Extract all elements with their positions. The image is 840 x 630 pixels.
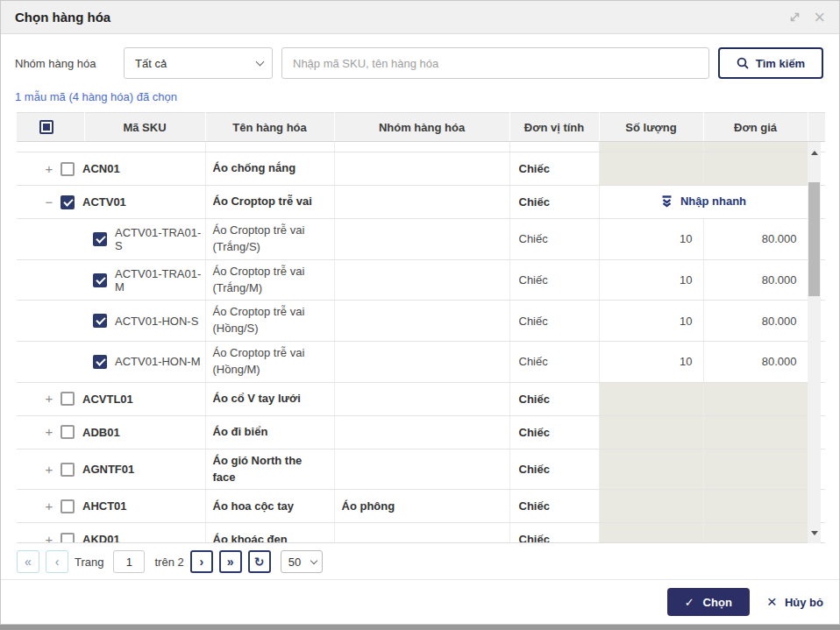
row-checkbox[interactable]	[61, 392, 75, 406]
unit-label: Chiếc	[509, 301, 599, 342]
unit-label: Chiếc	[509, 259, 599, 301]
qty-cell	[599, 449, 703, 490]
price-cell	[703, 449, 808, 490]
price-cell[interactable]: 80.000	[703, 301, 808, 342]
sku-cell: ACTV01-HON-M	[17, 342, 205, 383]
sku-cell: ACTV01-TRA01-S	[17, 219, 205, 260]
qty-cell[interactable]: 10	[599, 259, 703, 301]
search-icon	[737, 57, 749, 69]
maximize-icon[interactable]	[788, 11, 801, 24]
sku-label: ACTV01	[82, 195, 126, 209]
cancel-button[interactable]: × Hủy bỏ	[767, 596, 823, 609]
close-icon[interactable]: ×	[814, 11, 825, 25]
row-checkbox[interactable]	[93, 355, 107, 369]
price-cell	[703, 523, 808, 543]
expand-row-icon[interactable]: +	[43, 534, 55, 543]
price-cell	[703, 382, 808, 415]
page-size-select[interactable]: 50	[281, 550, 323, 573]
sku-label: ACTV01-TRA01-M	[115, 267, 205, 294]
row-checkbox[interactable]	[61, 425, 75, 439]
scroll-down-icon[interactable]	[808, 526, 821, 540]
row-checkbox[interactable]	[61, 533, 75, 543]
collapse-row-icon[interactable]: −	[43, 196, 55, 209]
group-filter-label: Nhóm hàng hóa	[15, 57, 124, 70]
price-cell[interactable]: 80.000	[703, 259, 808, 301]
qty-cell[interactable]: 10	[599, 219, 703, 260]
row-checkbox[interactable]	[61, 463, 75, 477]
product-name: Áo Croptop trễ vai (Trắng/M)	[205, 259, 334, 301]
expand-row-icon[interactable]: +	[43, 464, 55, 476]
table-row: ACTV01-TRA01-SÁo Croptop trễ vai (Trắng/…	[17, 219, 825, 260]
product-group	[334, 219, 509, 260]
search-input[interactable]	[281, 47, 709, 79]
sku-label: ACVTL01	[82, 393, 133, 406]
price-cell[interactable]: 80.000	[703, 219, 808, 260]
last-page-button[interactable]: »	[219, 550, 242, 573]
product-group	[334, 382, 509, 415]
product-name: Áo Croptop trễ vai (Hồng/M)	[205, 342, 334, 383]
row-checkbox[interactable]	[61, 195, 75, 209]
sku-cell: ACTV01-HON-S	[17, 301, 205, 342]
table-header-row: Mã SKU Tên hàng hóa Nhóm hàng hóa Đơn vị…	[17, 113, 825, 142]
table-row: +AGNTF01Áo gió North the faceChiếc	[17, 449, 825, 490]
group-filter-select[interactable]: Tất cả	[124, 47, 273, 79]
product-table: Mã SKU Tên hàng hóa Nhóm hàng hóa Đơn vị…	[17, 112, 825, 543]
row-checkbox[interactable]	[61, 499, 75, 513]
table-scrollbar[interactable]	[808, 142, 821, 543]
sku-cell: +AGNTF01	[17, 449, 205, 490]
col-header-group: Nhóm hàng hóa	[334, 113, 509, 142]
product-name: Áo Croptop trễ vai	[205, 186, 334, 219]
col-header-name: Tên hàng hóa	[205, 113, 334, 142]
group-filter-value: Tất cả	[135, 57, 167, 70]
modal-footer: ✓ Chọn × Hủy bỏ	[1, 579, 839, 624]
scroll-up-icon[interactable]	[808, 145, 821, 159]
sku-cell: +ACVTL01	[17, 382, 205, 415]
quick-entry-link[interactable]: Nhập nhanh	[660, 195, 746, 208]
modal-title: Chọn hàng hóa	[15, 10, 110, 25]
expand-row-icon[interactable]: +	[43, 426, 55, 438]
unit-label: Chiếc	[509, 415, 599, 449]
product-group	[334, 415, 509, 449]
expand-row-icon[interactable]: +	[43, 393, 55, 405]
expand-row-icon[interactable]: +	[43, 500, 55, 513]
price-cell	[703, 415, 808, 449]
unit-label: Chiếc	[509, 523, 599, 543]
page-number-input[interactable]	[113, 550, 145, 573]
refresh-icon[interactable]: ↻	[248, 550, 271, 573]
scrollbar-thumb[interactable]	[808, 182, 820, 296]
first-page-button[interactable]: «	[17, 550, 39, 573]
prev-page-button[interactable]: ‹	[46, 550, 68, 573]
qty-cell[interactable]: 10	[599, 301, 703, 342]
row-checkbox[interactable]	[93, 314, 107, 328]
qty-cell[interactable]: 10	[599, 342, 703, 383]
expand-row-icon[interactable]: +	[43, 163, 55, 175]
unit-label: Chiếc	[509, 490, 599, 523]
product-group	[334, 342, 509, 383]
sku-cell: +ADB01	[17, 415, 205, 449]
header-select-all	[17, 113, 84, 142]
check-icon: ✓	[685, 596, 694, 609]
price-cell[interactable]: 80.000	[703, 342, 808, 383]
row-checkbox[interactable]	[93, 273, 107, 287]
page-total-label: trên 2	[154, 556, 183, 569]
row-checkbox[interactable]	[93, 232, 107, 246]
product-name: Áo chống nắng	[205, 152, 334, 186]
unit-label: Chiếc	[509, 219, 599, 260]
confirm-button[interactable]: ✓ Chọn	[667, 588, 750, 616]
sku-label: ADB01	[82, 426, 120, 439]
x-icon: ×	[767, 596, 777, 608]
select-goods-modal: Chọn hàng hóa × Nhóm hàng hóa Tất cả Tìm…	[0, 0, 840, 625]
product-name: Áo cổ V tay lưới	[205, 382, 334, 415]
next-page-button[interactable]: ›	[190, 550, 213, 573]
selected-summary-link[interactable]: 1 mẫu mã (4 hàng hóa) đã chọn	[15, 90, 839, 103]
product-name: Áo Croptop trễ vai (Hồng/S)	[205, 301, 334, 342]
qty-cell	[599, 490, 703, 523]
table-row: +AKD01Áo khoác đenChiếc	[17, 523, 825, 543]
sku-cell: +ACN01	[17, 152, 205, 186]
product-table-area: Mã SKU Tên hàng hóa Nhóm hàng hóa Đơn vị…	[17, 112, 825, 543]
search-button[interactable]: Tìm kiếm	[718, 47, 823, 79]
select-all-checkbox[interactable]	[39, 120, 53, 134]
row-checkbox[interactable]	[61, 162, 75, 176]
product-group	[334, 523, 509, 543]
unit-label: Chiếc	[509, 186, 599, 219]
